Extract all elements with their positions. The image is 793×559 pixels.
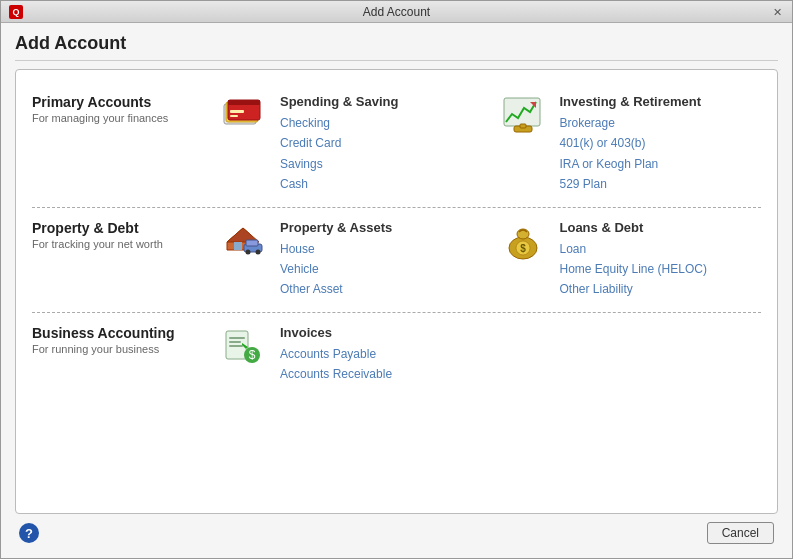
section-property: Property & Debt For tracking your net wo…: [32, 208, 761, 313]
category-invoices: $ Invoices Accounts Payable Accounts Rec…: [222, 325, 761, 385]
svg-rect-22: [229, 337, 245, 339]
section-business-subtitle: For running your business: [32, 343, 212, 355]
link-credit-card[interactable]: Credit Card: [280, 133, 482, 153]
titlebar: Q Add Account ✕: [1, 1, 792, 23]
svg-point-15: [246, 249, 251, 254]
loans-title: Loans & Debt: [560, 220, 762, 235]
category-spending: Spending & Saving Checking Credit Card S…: [222, 94, 482, 195]
section-business-title: Business Accounting: [32, 325, 212, 341]
property-assets-title: Property & Assets: [280, 220, 482, 235]
section-primary-title: Primary Accounts: [32, 94, 212, 110]
help-button[interactable]: ?: [19, 523, 39, 543]
link-brokerage[interactable]: Brokerage: [560, 113, 762, 133]
investing-icon: [502, 94, 550, 195]
section-primary-categories: Spending & Saving Checking Credit Card S…: [222, 94, 761, 195]
link-savings[interactable]: Savings: [280, 154, 482, 174]
link-loan[interactable]: Loan: [560, 239, 762, 259]
close-button[interactable]: ✕: [770, 5, 784, 19]
cancel-button[interactable]: Cancel: [707, 522, 774, 544]
link-accounts-payable[interactable]: Accounts Payable: [280, 344, 761, 364]
property-content: Property & Assets House Vehicle Other As…: [280, 220, 482, 300]
section-property-label: Property & Debt For tracking your net wo…: [32, 220, 222, 300]
svg-rect-9: [520, 124, 526, 128]
link-529[interactable]: 529 Plan: [560, 174, 762, 194]
app-icon: Q: [9, 5, 23, 19]
spending-icon: [222, 94, 270, 195]
section-primary-label: Primary Accounts For managing your finan…: [32, 94, 222, 195]
link-other-liability[interactable]: Other Liability: [560, 279, 762, 299]
svg-rect-12: [234, 242, 242, 250]
link-accounts-receivable[interactable]: Accounts Receivable: [280, 364, 761, 384]
invoices-icon: $: [222, 325, 270, 385]
svg-text:$: $: [249, 348, 256, 362]
svg-rect-24: [229, 345, 243, 347]
invoices-title: Invoices: [280, 325, 761, 340]
link-vehicle[interactable]: Vehicle: [280, 259, 482, 279]
add-account-window: Q Add Account ✕ Add Account Primary Acco…: [0, 0, 793, 559]
section-primary: Primary Accounts For managing your finan…: [32, 82, 761, 208]
spending-title: Spending & Saving: [280, 94, 482, 109]
svg-rect-3: [228, 100, 260, 105]
link-401k[interactable]: 401(k) or 403(b): [560, 133, 762, 153]
svg-text:$: $: [520, 243, 526, 254]
investing-content: Investing & Retirement Brokerage 401(k) …: [560, 94, 762, 195]
spending-content: Spending & Saving Checking Credit Card S…: [280, 94, 482, 195]
category-loans: $ Loans & Debt Loan Home Equity Line (HE…: [502, 220, 762, 300]
page-title: Add Account: [15, 33, 778, 61]
section-property-categories: Property & Assets House Vehicle Other As…: [222, 220, 761, 300]
link-ira[interactable]: IRA or Keogh Plan: [560, 154, 762, 174]
category-property: Property & Assets House Vehicle Other As…: [222, 220, 482, 300]
svg-point-16: [256, 249, 261, 254]
investing-title: Investing & Retirement: [560, 94, 762, 109]
section-business-categories: $ Invoices Accounts Payable Accounts Rec…: [222, 325, 761, 385]
category-investing: Investing & Retirement Brokerage 401(k) …: [502, 94, 762, 195]
svg-rect-4: [230, 110, 244, 113]
link-house[interactable]: House: [280, 239, 482, 259]
property-icon: [222, 220, 270, 300]
section-business: Business Accounting For running your bus…: [32, 313, 761, 397]
invoices-content: Invoices Accounts Payable Accounts Recei…: [280, 325, 761, 385]
link-other-asset[interactable]: Other Asset: [280, 279, 482, 299]
section-primary-subtitle: For managing your finances: [32, 112, 212, 124]
section-business-label: Business Accounting For running your bus…: [32, 325, 222, 385]
link-checking[interactable]: Checking: [280, 113, 482, 133]
window-body: Add Account Primary Accounts For managin…: [1, 23, 792, 558]
svg-rect-5: [230, 115, 238, 117]
footer: ? Cancel: [15, 514, 778, 548]
link-heloc[interactable]: Home Equity Line (HELOC): [560, 259, 762, 279]
section-property-subtitle: For tracking your net worth: [32, 238, 212, 250]
content-area: Primary Accounts For managing your finan…: [15, 69, 778, 514]
window-title: Add Account: [363, 5, 430, 19]
section-property-title: Property & Debt: [32, 220, 212, 236]
svg-rect-23: [229, 341, 241, 343]
loans-content: Loans & Debt Loan Home Equity Line (HELO…: [560, 220, 762, 300]
svg-rect-14: [246, 240, 258, 246]
loans-icon: $: [502, 220, 550, 300]
link-cash[interactable]: Cash: [280, 174, 482, 194]
